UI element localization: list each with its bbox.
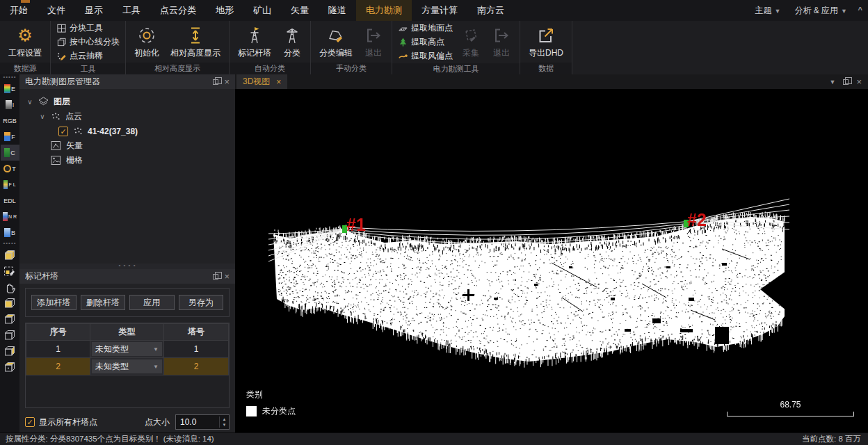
ribbon-group-label: 电力勘测工具	[392, 63, 520, 74]
spinner-up-icon[interactable]: ▲	[223, 416, 227, 422]
layer-tree: ∨ 图层 ∨ 点云 ✓ 41-42(37_38) 矢量 栅格	[19, 89, 235, 168]
menu-item-tunnel[interactable]: 隧道	[319, 0, 356, 21]
apply-button[interactable]: 应用	[129, 295, 175, 310]
gear-icon: ⚙	[17, 25, 33, 46]
tree-node-layers[interactable]: ∨ 图层	[19, 95, 235, 109]
separator-dots: •••••	[3, 241, 16, 247]
ribbon-group-power-tools: 提取地面点 提取高点 提取风偏点 采集	[392, 21, 520, 74]
cube-top-icon	[3, 360, 17, 374]
collapse-ribbon-icon[interactable]: ^	[858, 6, 862, 14]
tab-3d-view[interactable]: 3D视图 ×	[236, 74, 287, 89]
menu-item-file[interactable]: 文件	[38, 0, 75, 21]
render-time-button[interactable]: T	[1, 161, 19, 177]
render-class-button[interactable]: C	[1, 145, 19, 161]
exit-icon	[364, 25, 383, 46]
float-view-icon[interactable]	[843, 79, 849, 85]
view-left-button[interactable]	[1, 311, 19, 327]
render-rgb-button[interactable]: RGB	[1, 113, 19, 129]
view-iso-button[interactable]	[1, 327, 19, 343]
float-panel-icon[interactable]	[213, 274, 218, 280]
point-cloud-canvas[interactable]	[235, 89, 868, 432]
float-panel-icon[interactable]	[213, 79, 218, 85]
tower-flag-icon	[245, 25, 264, 46]
classify-edit-button[interactable]: 分类编辑	[316, 24, 355, 60]
col-header-no[interactable]: 序号	[26, 324, 90, 341]
close-panel-icon[interactable]: ×	[224, 79, 230, 86]
cloud-thinning-button[interactable]: 点云抽稀	[56, 50, 120, 62]
tree-node-cloud-item[interactable]: ✓ 41-42(37_38)	[19, 124, 235, 138]
menu-item-start[interactable]: 开始	[0, 0, 38, 21]
extract-high-points-button[interactable]: 提取高点	[398, 36, 453, 48]
tower-type-select[interactable]: 未知类型▼	[92, 342, 162, 356]
flightline-icon	[3, 180, 8, 189]
classify-button[interactable]: 分类	[280, 24, 305, 60]
dots-pencil-icon	[56, 51, 67, 61]
mark-tower-button[interactable]: 标记杆塔	[235, 24, 274, 60]
show-all-towers-checkbox[interactable]: ✓	[25, 417, 35, 427]
render-elevation-button[interactable]: E	[1, 81, 19, 97]
menu-item-vector[interactable]: 矢量	[281, 0, 319, 21]
block-tool-button[interactable]: 分块工具	[56, 22, 120, 34]
initialize-button[interactable]: 初始化	[131, 24, 162, 60]
view-front-button[interactable]	[1, 295, 19, 311]
render-flightline-button[interactable]: F L	[1, 177, 19, 193]
table-row-selected[interactable]: 2 未知类型▼ 2	[26, 358, 229, 375]
theme-menu[interactable]: 主题▼	[755, 5, 780, 17]
col-header-type[interactable]: 类型	[90, 324, 164, 341]
close-panel-icon[interactable]: ×	[224, 273, 230, 280]
intensity-icon	[6, 100, 12, 109]
centerline-block-button[interactable]: 按中心线分块	[56, 36, 120, 48]
drag-handle-icon[interactable]: •••••	[3, 74, 16, 81]
point-size-label: 点大小	[145, 416, 170, 428]
close-tab-icon[interactable]: ×	[276, 77, 281, 87]
render-edl-button[interactable]: EDL	[1, 193, 19, 209]
view-top-button[interactable]	[1, 359, 19, 375]
save-as-button[interactable]: 另存为	[179, 295, 224, 310]
ribbon-group-tools: 分块工具 按中心线分块 点云抽稀 工具	[51, 21, 126, 74]
close-view-icon[interactable]: ×	[856, 79, 862, 86]
layer-visibility-checkbox[interactable]: ✓	[58, 127, 68, 136]
col-header-tower-no[interactable]: 塔号	[164, 324, 229, 341]
extract-ground-points-button[interactable]: 提取地面点	[398, 22, 453, 34]
menu-item-cloud-classify[interactable]: 点云分类	[150, 0, 206, 21]
solid-box-view-button[interactable]	[1, 247, 19, 263]
render-intensity-button[interactable]: I	[1, 97, 19, 113]
delete-tower-button[interactable]: 删除杆塔	[81, 295, 126, 310]
status-bar: 按属性分类: 分类8307435个点为目标类别！ (未读消息: 14) 当前点数…	[0, 432, 868, 445]
select-box-edit-button[interactable]	[1, 263, 19, 279]
export-dhd-button[interactable]: 导出DHD	[526, 24, 566, 60]
point-size-spinner[interactable]: 10.0 ▲ ▼	[175, 414, 230, 430]
pan-tool-button[interactable]	[1, 279, 19, 295]
menu-item-tools[interactable]: 工具	[113, 0, 150, 21]
tree-node-vector[interactable]: 矢量	[19, 138, 235, 153]
mark-tower-panel: 标记杆塔 × 添加杆塔 删除杆塔 应用 另存为 序号 类型 塔号 1 未知类型▼	[19, 269, 235, 432]
menu-item-mine[interactable]: 矿山	[243, 0, 281, 21]
relative-height-display-button[interactable]: 相对高度显示	[168, 24, 223, 60]
ribbon-group-label: 相对高度显示	[126, 63, 229, 74]
chevron-expand-icon[interactable]: ∨	[26, 98, 33, 106]
tree-node-raster[interactable]: 栅格	[19, 153, 235, 168]
menu-item-terrain[interactable]: 地形	[206, 0, 243, 21]
render-blend-button[interactable]: B	[1, 225, 19, 241]
project-settings-button[interactable]: ⚙ 工程设置	[6, 24, 45, 60]
render-nr-button[interactable]: N R	[1, 209, 19, 225]
menu-item-power-survey[interactable]: 电力勘测	[356, 0, 412, 21]
spinner-down-icon[interactable]: ▼	[223, 422, 227, 428]
layer-panel-title: 电力勘测图层管理器	[25, 76, 100, 88]
analysis-app-menu[interactable]: 分析 & 应用▼	[794, 5, 847, 17]
tree-icon	[398, 37, 408, 47]
tab-list-dropdown-icon[interactable]: ▼	[829, 79, 835, 86]
panel-splitter[interactable]: • • • •	[19, 264, 235, 269]
menu-item-southern-cloud[interactable]: 南方云	[467, 0, 514, 21]
render-fusion-button[interactable]: F	[1, 129, 19, 145]
chevron-expand-icon[interactable]: ∨	[39, 113, 46, 120]
tower-type-select[interactable]: 未知类型▼	[92, 359, 162, 373]
table-row[interactable]: 1 未知类型▼ 1	[26, 341, 229, 358]
menu-item-display[interactable]: 显示	[75, 0, 113, 21]
menu-item-volume-calc[interactable]: 方量计算	[412, 0, 467, 21]
tree-node-pointcloud[interactable]: ∨ 点云	[19, 109, 235, 124]
view-right-button[interactable]	[1, 343, 19, 359]
extract-wind-offset-button[interactable]: 提取风偏点	[398, 50, 453, 62]
vector-icon	[50, 140, 62, 152]
add-tower-button[interactable]: 添加杆塔	[31, 295, 77, 310]
